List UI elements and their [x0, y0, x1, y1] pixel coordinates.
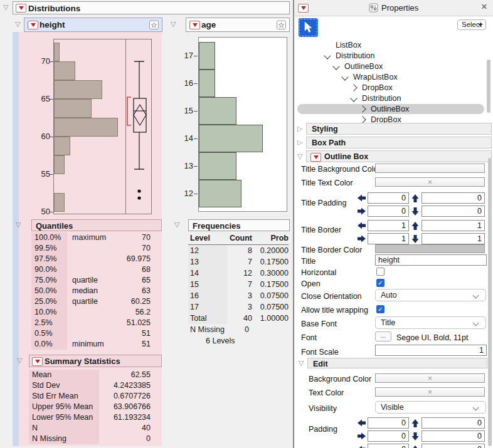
frequencies-disclosure-triangle[interactable]: ▽	[174, 221, 179, 228]
numeric-field[interactable]: 0	[368, 430, 409, 442]
histogram-bar[interactable]	[54, 118, 118, 137]
edit-disclosure-triangle[interactable]: ▽	[299, 360, 304, 367]
tree-item-wraplistbox[interactable]: WrapListBox	[353, 72, 398, 82]
numeric-field[interactable]: 0	[368, 444, 409, 448]
outline-box-disclosure-triangle[interactable]: ▽	[297, 153, 302, 160]
tree-expanded-chevron-icon[interactable]	[341, 73, 348, 80]
open-checkbox[interactable]: ✓	[376, 279, 384, 287]
histogram-bar[interactable]	[54, 155, 65, 174]
text-color-swatch[interactable]: ×	[375, 387, 485, 397]
age-disclosure-triangle[interactable]: ▽	[171, 21, 176, 28]
arrow-down-icon[interactable]	[411, 207, 420, 216]
tree-item-outlinebox[interactable]: OutlineBox	[344, 61, 383, 71]
title-background-color-swatch[interactable]	[375, 164, 485, 173]
select-dropdown[interactable]: Select	[457, 19, 486, 30]
arrow-left-icon[interactable]	[358, 419, 366, 427]
arrow-up-icon[interactable]	[411, 194, 420, 202]
tree-scrollbar[interactable]	[487, 60, 490, 113]
arrow-up-icon[interactable]	[411, 419, 420, 427]
histogram-bar[interactable]	[54, 137, 70, 155]
histogram-bar[interactable]	[54, 193, 65, 212]
numeric-field[interactable]: 0	[368, 417, 409, 429]
height-red-triangle-menu[interactable]	[28, 21, 38, 29]
numeric-field[interactable]: 1	[421, 220, 485, 231]
quantiles-disclosure-triangle[interactable]: ▽	[16, 221, 21, 228]
allow-title-wrapping-checkbox[interactable]: ✓	[376, 305, 384, 313]
tree-collapsed-chevron-icon[interactable]	[359, 116, 366, 123]
numeric-field[interactable]: 1	[368, 220, 409, 231]
histogram-bar[interactable]	[54, 61, 75, 80]
properties-red-triangle-menu[interactable]	[298, 4, 309, 13]
arrow-left-icon[interactable]	[358, 222, 366, 230]
close-icon[interactable]: ×	[481, 1, 487, 13]
arrow-up-icon[interactable]	[411, 445, 420, 448]
tree-item-listbox[interactable]: ListBox	[336, 40, 361, 50]
histogram-bar[interactable]	[199, 125, 263, 152]
distributions-red-triangle-menu[interactable]	[16, 4, 26, 13]
numeric-field[interactable]: 1	[421, 233, 485, 244]
numeric-field[interactable]: 0	[421, 444, 485, 448]
panel-divider[interactable]	[293, 0, 294, 448]
numeric-field[interactable]: 0	[368, 192, 409, 204]
numeric-field[interactable]: 0	[421, 417, 485, 429]
arrow-down-icon[interactable]	[411, 432, 420, 440]
histogram-bar[interactable]	[199, 70, 215, 97]
tree-item-dropbox[interactable]: DropBox	[362, 83, 393, 93]
histogram-bar[interactable]	[54, 80, 102, 99]
numeric-field[interactable]: 1	[368, 233, 409, 244]
histogram-bar[interactable]	[199, 97, 236, 125]
tree-expanded-chevron-icon[interactable]	[332, 63, 339, 70]
distributions-disclosure-triangle[interactable]: ▽	[3, 4, 8, 11]
arrow-up-icon[interactable]	[411, 222, 420, 230]
age-red-triangle-menu[interactable]	[189, 21, 200, 29]
background-color-swatch[interactable]: ×	[375, 373, 485, 383]
histogram-bar[interactable]	[54, 99, 92, 118]
arrow-right-icon[interactable]	[358, 235, 366, 243]
close-orientation-dropdown[interactable]: Auto	[375, 289, 486, 301]
outline-box-section-header[interactable]: Outline Box	[306, 150, 492, 162]
arrow-left-icon[interactable]	[358, 194, 366, 202]
histogram-bar[interactable]	[199, 152, 236, 180]
tree-item-distribution[interactable]: Distribution	[362, 93, 401, 103]
properties-scrollbar[interactable]	[488, 158, 492, 446]
font-scale-input[interactable]: 1	[375, 345, 487, 356]
arrow-left-icon[interactable]	[358, 445, 366, 448]
select-tool-button[interactable]	[299, 18, 318, 37]
title-input[interactable]: height	[375, 254, 487, 266]
horizontal-checkbox[interactable]	[376, 268, 384, 276]
edit-section-header[interactable]: Edit	[307, 358, 487, 368]
histogram-bar[interactable]	[54, 43, 60, 61]
title-text-color-swatch[interactable]: ×	[375, 177, 485, 187]
tree-item-dropbox[interactable]: DropBox	[371, 115, 401, 123]
arrow-right-icon[interactable]	[358, 207, 366, 216]
tree-expanded-chevron-icon[interactable]	[350, 95, 357, 102]
summary-disclosure-triangle[interactable]: ▽	[17, 357, 22, 364]
pin-icon[interactable]	[276, 19, 287, 31]
styling-disclosure-triangle[interactable]: ▷	[297, 125, 302, 132]
font-picker-button[interactable]: ...	[375, 331, 391, 341]
arrow-right-icon[interactable]	[358, 432, 366, 440]
box-plot[interactable]	[126, 39, 151, 213]
numeric-field[interactable]: 0	[421, 206, 485, 217]
base-font-dropdown[interactable]: Title	[375, 316, 486, 329]
tree-expanded-chevron-icon[interactable]	[324, 52, 331, 59]
box-path-disclosure-triangle[interactable]: ▷	[297, 139, 302, 146]
numeric-field[interactable]: 0	[421, 192, 485, 204]
numeric-field[interactable]: 0	[421, 430, 485, 442]
height-disclosure-triangle[interactable]: ▽	[15, 21, 20, 28]
arrow-down-icon[interactable]	[411, 235, 420, 243]
frequency-row: Total401.00000	[188, 313, 289, 324]
summary-red-triangle-menu[interactable]	[32, 357, 43, 366]
histogram-bar[interactable]	[199, 42, 215, 70]
visibility-dropdown[interactable]: Visible	[375, 401, 486, 414]
pin-icon[interactable]	[149, 19, 160, 31]
title-border-color-swatch[interactable]	[375, 244, 485, 253]
numeric-field[interactable]: 0	[368, 206, 409, 217]
histogram-bar[interactable]	[199, 180, 241, 207]
styling-section-header[interactable]: Styling	[306, 123, 492, 135]
outline-box-red-triangle-menu[interactable]	[310, 153, 321, 162]
tree-item-outlinebox[interactable]: OutlineBox	[371, 104, 409, 114]
tree-collapsed-chevron-icon[interactable]	[350, 84, 357, 91]
tree-item-distribution[interactable]: Distribution	[336, 51, 375, 61]
box-path-section-header[interactable]: Box Path	[306, 137, 492, 148]
